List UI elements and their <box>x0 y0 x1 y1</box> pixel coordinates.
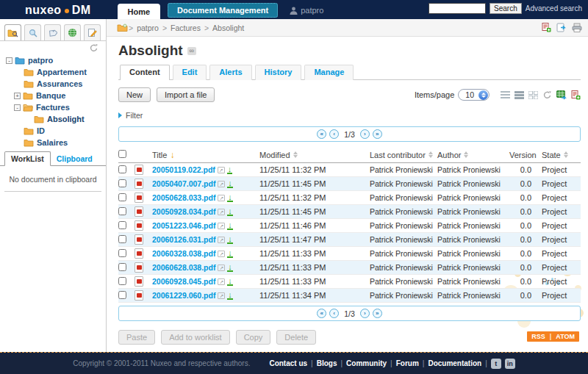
external-link-icon[interactable]: ↗ <box>218 181 225 187</box>
external-link-icon[interactable]: ↗ <box>218 195 225 201</box>
breadcrumb-link-factures[interactable]: Factures <box>171 24 201 32</box>
row-checkbox[interactable] <box>118 165 126 173</box>
row-checkbox[interactable] <box>118 235 126 243</box>
external-link-icon[interactable]: ↗ <box>218 167 225 173</box>
row-checkbox[interactable] <box>118 263 126 271</box>
tab-content[interactable]: Content <box>120 65 170 80</box>
document-link[interactable]: 20050407.007.pdf <box>152 179 215 188</box>
add-to-worklist-button[interactable]: Add to worklist <box>161 330 230 345</box>
footer-link-documentation[interactable]: Documentation <box>428 359 481 367</box>
tab-manage[interactable]: Manage <box>304 65 354 80</box>
collapse-toggle-icon[interactable]: - <box>6 57 12 64</box>
sidebar-tab-local-sites[interactable] <box>64 24 81 40</box>
download-icon[interactable]: ↓ <box>227 166 233 174</box>
tree-item-banque[interactable]: + Banque <box>4 90 106 101</box>
last-page-button[interactable]: » <box>373 129 382 139</box>
column-header-state[interactable]: State <box>542 151 568 159</box>
column-header-author[interactable]: Author <box>437 151 468 159</box>
row-checkbox[interactable] <box>118 277 126 285</box>
row-checkbox[interactable] <box>118 291 126 299</box>
tab-worklist[interactable]: WorkList <box>4 151 51 166</box>
next-page-button[interactable]: › <box>360 129 370 139</box>
external-link-icon[interactable]: ↗ <box>218 292 225 299</box>
delete-button[interactable]: Delete <box>276 330 316 345</box>
permalink-icon[interactable]: ∞ <box>187 47 196 55</box>
print-icon[interactable] <box>572 23 582 32</box>
download-icon[interactable]: ↓ <box>227 292 233 300</box>
external-link-icon[interactable]: ↗ <box>218 251 225 257</box>
download-icon[interactable]: ↓ <box>227 250 233 258</box>
pdf-export-icon[interactable] <box>571 90 581 100</box>
compact-view-icon[interactable] <box>514 91 524 99</box>
column-header-title[interactable]: Title↓ <box>152 151 174 159</box>
tab-edit[interactable]: Edit <box>173 65 207 80</box>
sidebar-tab-navigation[interactable] <box>4 24 21 40</box>
select-all-checkbox[interactable] <box>118 150 126 158</box>
document-link[interactable]: 20061229.060.pdf <box>152 291 215 300</box>
sidebar-tab-search[interactable] <box>24 24 41 40</box>
tab-alerts[interactable]: Alerts <box>209 65 251 80</box>
row-checkbox[interactable] <box>118 207 126 215</box>
document-link[interactable]: 20060928.045.pdf <box>152 277 215 286</box>
refresh-tree-icon[interactable] <box>89 43 98 52</box>
download-icon[interactable]: ↓ <box>227 278 233 286</box>
row-checkbox[interactable] <box>118 179 126 187</box>
tree-item-id[interactable]: ID <box>4 125 106 137</box>
column-header-contributor[interactable]: Last contributor <box>370 151 433 159</box>
previous-page-button[interactable]: ‹ <box>329 309 339 318</box>
items-per-page-select[interactable]: 10 <box>458 89 490 101</box>
tree-item-absolight[interactable]: Absolight <box>4 113 106 125</box>
atom-link[interactable]: ATOM <box>556 333 575 340</box>
breadcrumb-link-absolight[interactable]: Absolight <box>212 24 244 32</box>
document-link[interactable]: 20050928.034.pdf <box>152 207 215 216</box>
download-icon[interactable]: ↓ <box>227 180 233 188</box>
column-header-modified[interactable]: Modified <box>259 151 298 159</box>
download-icon[interactable]: ↓ <box>227 194 233 202</box>
refresh-icon[interactable] <box>542 90 552 99</box>
tree-item-factures[interactable]: - Factures <box>4 101 106 113</box>
twitter-icon[interactable]: t <box>491 359 501 369</box>
sidebar-tab-edit[interactable] <box>84 24 101 40</box>
first-page-button[interactable]: « <box>317 309 326 318</box>
footer-link-community[interactable]: Community <box>346 359 387 367</box>
previous-page-button[interactable]: ‹ <box>329 129 339 139</box>
linkedin-icon[interactable]: in <box>505 359 515 369</box>
document-link[interactable]: 20050119.022.pdf <box>152 165 215 174</box>
document-link[interactable]: 20060126.031.pdf <box>152 235 215 244</box>
download-icon[interactable]: ↓ <box>227 264 233 272</box>
row-checkbox[interactable] <box>118 193 126 201</box>
footer-link-contact-us[interactable]: Contact us <box>269 359 307 367</box>
search-input[interactable] <box>429 3 486 14</box>
sidebar-tab-tags[interactable] <box>44 24 61 40</box>
download-icon[interactable]: ↓ <box>227 222 233 230</box>
tab-clipboard[interactable]: Clipboard <box>51 152 98 165</box>
tree-item-appartement[interactable]: Appartement <box>4 66 106 78</box>
filter-toggle[interactable]: Filter <box>118 111 581 120</box>
last-page-button[interactable]: » <box>373 309 382 318</box>
first-page-button[interactable]: « <box>317 129 326 139</box>
document-link[interactable]: 20050628.033.pdf <box>152 193 215 202</box>
search-button[interactable]: Search <box>490 3 522 14</box>
add-to-worklist-icon[interactable] <box>556 23 567 32</box>
import-file-button[interactable]: Import a file <box>157 87 215 102</box>
row-checkbox[interactable] <box>118 249 126 257</box>
external-link-icon[interactable]: ↗ <box>218 223 225 229</box>
row-checkbox[interactable] <box>118 221 126 229</box>
thumbnail-view-icon[interactable] <box>528 91 538 99</box>
breadcrumb-link-patpro[interactable]: patpro <box>137 24 159 32</box>
tab-history[interactable]: History <box>255 65 302 80</box>
download-icon[interactable]: ↓ <box>227 208 233 216</box>
next-page-button[interactable]: › <box>360 309 370 318</box>
user-menu[interactable]: patpro <box>290 6 323 15</box>
tree-item-assurances[interactable]: Assurances <box>4 78 106 90</box>
external-link-icon[interactable]: ↗ <box>218 237 225 243</box>
advanced-search-link[interactable]: Advanced search <box>526 4 582 12</box>
column-header-version[interactable]: Version <box>509 151 537 159</box>
document-link[interactable]: 20051223.046.pdf <box>152 221 215 230</box>
download-icon[interactable]: ↓ <box>227 236 233 244</box>
external-link-icon[interactable]: ↗ <box>218 209 225 215</box>
spreadsheet-export-icon[interactable] <box>556 90 567 100</box>
collapse-toggle-icon[interactable]: - <box>14 104 21 111</box>
tab-document-management[interactable]: Document Management <box>168 3 278 18</box>
new-button[interactable]: New <box>118 87 151 102</box>
